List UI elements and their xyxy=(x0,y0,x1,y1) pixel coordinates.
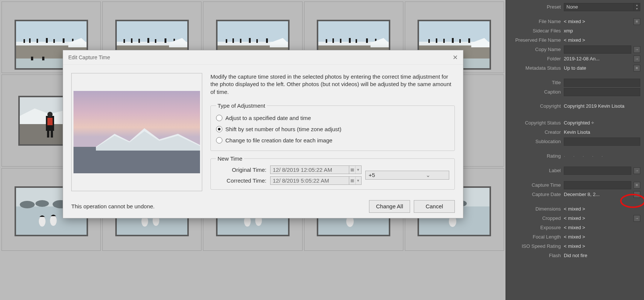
copyright-status-value[interactable]: Copyrighted ÷ xyxy=(564,120,640,126)
svg-rect-4 xyxy=(24,39,25,43)
change-all-button[interactable]: Change All xyxy=(369,200,410,213)
svg-point-70 xyxy=(20,201,35,208)
cancel-button[interactable]: Cancel xyxy=(414,200,455,213)
svg-rect-14 xyxy=(117,21,187,42)
rating-value[interactable]: · · · · · xyxy=(564,153,640,159)
sublocation-label: Sublocation xyxy=(506,139,564,144)
corrected-time-input: 12/ 8/2019 5:05:22 AM ▦▾ xyxy=(270,176,362,185)
calendar-icon[interactable]: ▦ xyxy=(349,177,356,184)
svg-rect-56 xyxy=(452,38,454,43)
preset-dropdown[interactable]: None ▴▾ xyxy=(564,3,640,11)
title-label: Title xyxy=(506,80,564,85)
iso-label: ISO Speed Rating xyxy=(506,243,564,249)
svg-rect-99 xyxy=(74,147,200,173)
adjustment-legend: Type of Adjustment xyxy=(216,102,267,109)
svg-rect-49 xyxy=(419,21,490,42)
copyname-input[interactable] xyxy=(564,45,631,54)
svg-rect-45 xyxy=(356,39,357,43)
flash-label: Flash xyxy=(506,253,564,258)
hour-offset-dropdown[interactable]: +5⌄ xyxy=(365,171,449,180)
newtime-legend: New Time xyxy=(216,155,244,162)
svg-point-71 xyxy=(35,200,49,207)
chevron-down-icon[interactable]: ▾ xyxy=(356,177,362,184)
svg-rect-64 xyxy=(47,118,53,125)
caption-input[interactable] xyxy=(564,88,640,96)
dialog-warning: This operation cannot be undone. xyxy=(71,203,155,209)
radio-shift-hours[interactable]: Shift by set number of hours (time zone … xyxy=(216,124,449,135)
radio-file-creation-date[interactable]: Change to file creation date for each im… xyxy=(216,135,449,146)
svg-rect-34 xyxy=(256,39,258,43)
svg-rect-26 xyxy=(218,21,288,42)
filename-value: < mixed > xyxy=(564,19,631,24)
svg-rect-8 xyxy=(53,39,55,43)
svg-rect-32 xyxy=(240,39,241,43)
svg-rect-53 xyxy=(428,39,430,43)
cropped-value: < mixed > xyxy=(564,215,631,221)
goto-icon[interactable]: → xyxy=(634,56,640,62)
svg-rect-5 xyxy=(29,38,31,43)
svg-rect-57 xyxy=(459,39,461,43)
original-time-input: 12/ 8/2019 12:05:22 AM ▦▾ xyxy=(270,165,362,174)
svg-rect-54 xyxy=(436,38,437,43)
svg-rect-6 xyxy=(37,39,38,43)
capture-time-label: Capture Time xyxy=(506,182,564,188)
svg-rect-43 xyxy=(340,39,341,43)
goto-icon[interactable]: → xyxy=(634,215,640,222)
svg-rect-31 xyxy=(232,38,234,43)
svg-rect-22 xyxy=(155,39,156,43)
list-icon[interactable]: ≡ xyxy=(634,18,640,25)
svg-rect-7 xyxy=(46,38,48,43)
list-icon[interactable]: ≡ xyxy=(634,182,640,189)
exposure-value: < mixed > xyxy=(564,225,640,230)
sidecar-value: xmp xyxy=(564,28,640,34)
svg-rect-21 xyxy=(147,38,149,43)
title-input[interactable] xyxy=(564,79,640,87)
svg-rect-46 xyxy=(366,38,368,43)
svg-rect-55 xyxy=(443,39,445,43)
focal-length-value: < mixed > xyxy=(564,234,640,240)
edit-capture-time-dialog: Edit Capture Time ✕ xyxy=(63,50,463,218)
cropped-label: Cropped xyxy=(506,215,564,221)
calendar-icon[interactable]: ▦ xyxy=(349,166,356,174)
dialog-preview xyxy=(71,73,202,191)
close-icon[interactable]: ✕ xyxy=(453,54,458,61)
adjustment-type-group: Type of Adjustment Adjust to a specified… xyxy=(210,102,455,151)
metadata-panel: Preset None ▴▾ File Name< mixed >≡ Sidec… xyxy=(506,0,644,300)
svg-rect-66 xyxy=(47,131,49,138)
svg-rect-41 xyxy=(326,39,327,43)
svg-rect-0 xyxy=(16,21,87,42)
svg-rect-20 xyxy=(138,39,140,43)
caption-label: Caption xyxy=(506,89,564,95)
filename-label: File Name xyxy=(506,19,564,24)
svg-rect-67 xyxy=(51,131,53,138)
list-icon[interactable]: ≡ xyxy=(634,65,640,72)
sublocation-input[interactable] xyxy=(564,138,640,146)
svg-rect-44 xyxy=(349,38,351,43)
iso-value: < mixed > xyxy=(564,243,640,249)
svg-rect-19 xyxy=(131,38,132,43)
goto-icon[interactable]: → xyxy=(634,167,640,174)
svg-rect-37 xyxy=(318,21,389,42)
capture-date-label: Capture Date xyxy=(506,192,564,197)
svg-rect-11 xyxy=(31,57,33,60)
copyright-value: Copyright 2019 Kevin Lisota xyxy=(564,103,640,110)
colorlabel-input[interactable] xyxy=(564,167,631,175)
exposure-label: Exposure xyxy=(506,225,564,230)
sidecar-label: Sidecar Files xyxy=(506,28,564,34)
preserved-filename-label: Preserved File Name xyxy=(506,37,564,43)
goto-icon[interactable]: → xyxy=(634,46,640,53)
svg-rect-30 xyxy=(226,39,227,43)
chevron-down-icon[interactable]: ▾ xyxy=(356,166,362,174)
dimensions-label: Dimensions xyxy=(506,206,564,212)
preset-label: Preset xyxy=(506,4,564,10)
annotation-circle xyxy=(619,193,644,209)
svg-rect-9 xyxy=(63,38,65,43)
capture-time-input[interactable] xyxy=(564,181,631,189)
svg-point-74 xyxy=(50,215,57,226)
rating-label: Rating xyxy=(506,153,564,159)
dialog-description: Modify the capture time stored in the se… xyxy=(210,73,455,96)
focal-length-label: Focal Length xyxy=(506,234,564,240)
svg-rect-35 xyxy=(266,38,268,43)
radio-specified-datetime[interactable]: Adjust to a specified date and time xyxy=(216,113,449,124)
copyright-label: Copyright xyxy=(506,103,564,109)
